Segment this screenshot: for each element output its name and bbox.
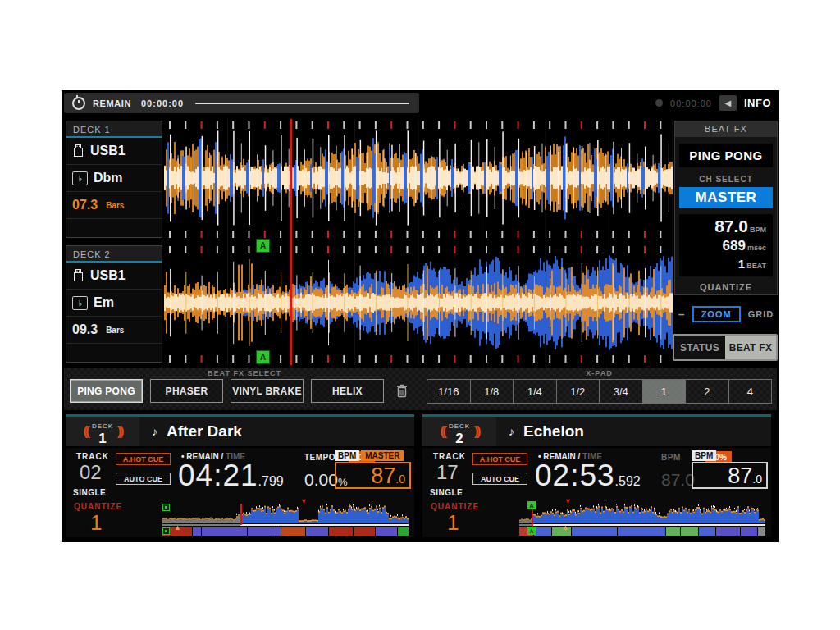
deck1-info: TRACK 02 SINGLE A.HOT CUE AUTO CUE • REM… — [66, 448, 414, 500]
deck2-overview-strip[interactable]: A A ▼ ▲ — [519, 500, 765, 538]
phrase-segment — [681, 527, 697, 536]
hot-cue-a-marker[interactable]: A — [256, 239, 270, 253]
fx-button-ping-pong[interactable]: PING PONG — [70, 379, 143, 403]
fx-quantize-label[interactable]: QUANTIZE — [675, 282, 777, 292]
overview-waveform[interactable] — [519, 504, 765, 523]
xpad-1-8[interactable]: 1/8 — [471, 380, 514, 403]
deck1-key-row: ♭ Dbm — [66, 165, 162, 192]
fx-beat-unit: BEAT — [746, 262, 766, 270]
bpm-ghost-label: BPM — [661, 453, 681, 462]
dj-screen: REMAIN 00:00:00 00:00:00 ◀ INFO DECK 1 U… — [62, 90, 779, 542]
fx-beat-value: 1 — [738, 257, 745, 271]
fx-button-phaser[interactable]: PHASER — [150, 379, 223, 403]
zoom-button[interactable]: ZOOM — [692, 306, 741, 322]
deck2-empty-row — [66, 344, 162, 370]
grid-button[interactable]: GRID — [748, 309, 774, 319]
phrase-segment — [354, 527, 375, 536]
phrase-marker-icon: ▲ — [562, 523, 569, 532]
ch-select-label: CH SELECT — [675, 175, 777, 184]
deck1-key-value: Dbm — [94, 171, 123, 185]
top-right-bar: 00:00:00 ◀ INFO — [655, 95, 771, 111]
xpad-1[interactable]: 1 — [643, 380, 687, 403]
track-number: 17 — [436, 461, 459, 484]
auto-cue-button[interactable]: AUTO CUE — [472, 472, 527, 485]
zoom-out-button[interactable]: – — [678, 308, 685, 321]
overview-waveform[interactable] — [162, 504, 409, 523]
remain-bar: REMAIN 00:00:00 — [64, 93, 419, 113]
deck2-usb-label: USB1 — [90, 268, 126, 283]
waveform-playhead — [290, 119, 292, 365]
phrase-segment — [398, 527, 409, 536]
beat-fx-header: BEAT FX — [675, 121, 777, 137]
phrase-segment — [202, 527, 247, 536]
deck2-indicator: (( DECK 2 )) — [422, 417, 496, 446]
fx-button-vinyl-brake[interactable]: VINYL BRAKE — [231, 379, 304, 403]
hot-cue-a-marker[interactable]: A — [256, 350, 270, 364]
loop-marker-icon — [162, 504, 170, 511]
deck1-info-panel[interactable]: DECK 1 USB1 ♭ Dbm 07.3 Bars — [66, 121, 162, 238]
play-mode-label: SINGLE — [73, 488, 106, 497]
record-time: 00:00:00 — [670, 98, 712, 108]
xpad-1-4[interactable]: 1/4 — [514, 380, 557, 403]
deck2-bars-unit: Bars — [106, 326, 124, 335]
auto-hot-cue-button[interactable]: A.HOT CUE — [116, 453, 171, 465]
phrase-marker-icon: ▲ — [174, 523, 181, 532]
fx-select-row: BEAT FX SELECT X-PAD PING PONG PHASER VI… — [64, 368, 777, 410]
xpad-3-4[interactable]: 3/4 — [600, 380, 643, 403]
phrase-segment — [306, 527, 327, 536]
beat-fx-select-label: BEAT FX SELECT — [64, 369, 425, 377]
deck2-info: TRACK 17 SINGLE A.HOT CUE AUTO CUE • REM… — [422, 448, 771, 500]
phrase-segment — [376, 527, 397, 536]
deck1-overview-strip[interactable]: ▼ ▲ — [162, 500, 409, 538]
phrase-segment — [572, 527, 617, 536]
status-tab[interactable]: STATUS — [674, 336, 725, 359]
deck1-phrase-bar[interactable] — [162, 527, 409, 536]
auto-hot-cue-button[interactable]: A.HOT CUE — [472, 453, 527, 465]
deck2-phrase-bar[interactable] — [519, 527, 765, 536]
waveform-display[interactable]: A A — [164, 119, 673, 365]
bpm-badge: BPM — [692, 450, 716, 461]
deck-active-right-icon: )) — [474, 423, 478, 440]
wave-zoom-controls: – ZOOM GRID — [674, 306, 778, 322]
deck1-overview: QUANTIZE 1 ▼ ▲ — [66, 500, 414, 538]
bpm-badge: BPM — [335, 450, 359, 461]
info-label[interactable]: INFO — [744, 97, 771, 109]
deck-label: DECK — [92, 422, 113, 430]
deck-active-left-icon: (( — [441, 423, 445, 440]
phrase-segment — [248, 527, 272, 536]
deck2-overview: QUANTIZE 1 A A ▼ ▲ — [422, 500, 771, 538]
fx-button-helix[interactable]: HELIX — [311, 379, 384, 403]
beat-fx-name[interactable]: PING PONG — [679, 144, 773, 167]
xpad-2[interactable]: 2 — [686, 380, 729, 403]
usb-icon — [72, 144, 84, 158]
trash-icon[interactable] — [391, 379, 413, 403]
phrase-segment — [716, 527, 740, 536]
master-channel-button[interactable]: MASTER — [679, 187, 773, 208]
overview-baseline-played — [519, 524, 532, 526]
info-collapse-button[interactable]: ◀ — [719, 95, 737, 111]
fx-buttons: PING PONG PHASER VINYL BRAKE HELIX — [70, 379, 413, 403]
clock-icon — [72, 97, 85, 110]
phrase-segment — [281, 527, 305, 536]
usb-icon — [72, 269, 84, 282]
deck-number: 1 — [98, 431, 106, 446]
waveform-canvas[interactable] — [164, 119, 673, 365]
deck1-panel-title: DECK 1 — [66, 121, 162, 138]
auto-cue-button[interactable]: AUTO CUE — [116, 472, 171, 485]
deck2-info-panel[interactable]: DECK 2 USB1 ♭ Em 09.3 Bars — [66, 245, 162, 363]
remain-label: REMAIN — [93, 98, 131, 108]
phrase-segment — [272, 527, 281, 536]
loop-marker-icon — [162, 527, 170, 535]
play-mode-label: SINGLE — [430, 488, 463, 497]
deck1-empty-row — [66, 219, 162, 245]
deck1-indicator: (( DECK 1 )) — [66, 417, 139, 446]
deck2-track-title: Echelon — [523, 422, 584, 441]
beatfx-tab[interactable]: BEAT FX — [725, 336, 776, 359]
xpad-4[interactable]: 4 — [729, 380, 772, 403]
deck2-bars-value: 09.3 — [72, 322, 98, 337]
bpm-display: BPM 87.0 — [692, 450, 768, 489]
track-label: TRACK — [433, 452, 466, 461]
xpad-1-2[interactable]: 1/2 — [557, 380, 600, 403]
remain-time-display: 02:53.592 — [535, 459, 641, 493]
xpad-1-16[interactable]: 1/16 — [427, 380, 471, 403]
